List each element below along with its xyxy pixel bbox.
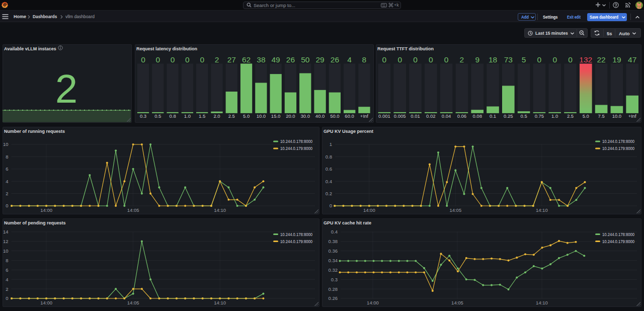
svg-text:60.0: 60.0 [345, 113, 354, 119]
svg-text:0.28: 0.28 [329, 286, 338, 292]
svg-text:0: 0 [6, 203, 8, 208]
svg-text:10.244.0.178:8000: 10.244.0.178:8000 [280, 139, 312, 144]
svg-text:73: 73 [504, 55, 513, 64]
svg-text:62: 62 [242, 55, 251, 64]
svg-text:0: 0 [155, 55, 160, 64]
svg-text:2.5: 2.5 [228, 113, 235, 119]
svg-text:0.3: 0.3 [331, 277, 338, 282]
svg-text:5.0: 5.0 [243, 113, 250, 119]
svg-text:14:05: 14:05 [449, 207, 461, 213]
svg-text:6: 6 [6, 267, 8, 273]
svg-text:5: 5 [522, 55, 526, 64]
svg-text:14:05: 14:05 [127, 300, 139, 305]
svg-text:0.5: 0.5 [154, 113, 161, 119]
svg-text:0.001: 0.001 [378, 113, 390, 119]
svg-text:0: 0 [568, 55, 573, 64]
svg-text:0.3: 0.3 [140, 113, 146, 119]
svg-text:40.0: 40.0 [315, 113, 325, 119]
svg-text:2.0: 2.0 [213, 113, 220, 119]
svg-text:0.01: 0.01 [411, 113, 420, 119]
svg-text:14:05: 14:05 [127, 207, 139, 213]
svg-text:0: 0 [537, 55, 542, 64]
svg-text:0: 0 [200, 55, 204, 64]
svg-text:0.2: 0.2 [326, 191, 332, 196]
svg-text:2: 2 [215, 55, 219, 64]
svg-text:10.0: 10.0 [612, 113, 622, 119]
svg-text:20.0: 20.0 [286, 113, 295, 119]
svg-text:9: 9 [475, 55, 479, 64]
svg-text:7.5: 7.5 [598, 113, 604, 119]
svg-text:10.244.0.179:8000: 10.244.0.179:8000 [280, 239, 312, 244]
svg-text:0.26: 0.26 [329, 295, 338, 301]
svg-text:14:10: 14:10 [214, 300, 226, 305]
svg-text:0: 0 [6, 295, 8, 301]
svg-text:0.75: 0.75 [535, 113, 544, 119]
svg-text:8: 8 [362, 55, 367, 64]
svg-text:1: 1 [330, 141, 332, 147]
svg-text:14:00: 14:00 [40, 207, 52, 213]
svg-text:0.08: 0.08 [472, 113, 482, 119]
svg-text:0: 0 [330, 203, 332, 208]
svg-text:47: 47 [628, 55, 636, 64]
svg-text:50.0: 50.0 [330, 113, 340, 119]
svg-text:0.6: 0.6 [326, 166, 332, 172]
svg-text:0.25: 0.25 [504, 113, 513, 119]
svg-text:10: 10 [3, 248, 9, 254]
svg-text:0: 0 [429, 55, 433, 64]
svg-text:10.244.0.179:8000: 10.244.0.179:8000 [602, 146, 634, 151]
svg-text:12: 12 [3, 239, 9, 244]
svg-text:18: 18 [489, 55, 497, 64]
svg-text:14:10: 14:10 [536, 207, 548, 213]
svg-text:26: 26 [331, 55, 339, 64]
svg-text:0: 0 [413, 55, 418, 64]
svg-text:0.02: 0.02 [426, 113, 436, 119]
svg-text:0: 0 [444, 55, 449, 64]
svg-text:0.06: 0.06 [457, 113, 467, 119]
svg-text:30.0: 30.0 [301, 113, 310, 119]
svg-text:0.32: 0.32 [329, 267, 338, 273]
svg-text:10.244.0.178:8000: 10.244.0.178:8000 [602, 139, 634, 144]
svg-text:14:00: 14:00 [367, 300, 379, 305]
svg-text:0.8: 0.8 [326, 154, 332, 160]
svg-text:0.38: 0.38 [329, 239, 338, 244]
svg-text:15.0: 15.0 [271, 113, 281, 119]
svg-text:8: 8 [6, 154, 8, 160]
svg-text:10.244.0.178:8000: 10.244.0.178:8000 [280, 232, 312, 237]
svg-text:4: 4 [347, 55, 352, 64]
svg-text:27: 27 [227, 55, 236, 64]
svg-text:10: 10 [3, 141, 9, 147]
svg-text:50: 50 [301, 55, 310, 64]
svg-text:0.5: 0.5 [520, 113, 527, 119]
svg-text:132: 132 [579, 55, 592, 64]
svg-text:29: 29 [315, 55, 324, 64]
svg-text:0: 0 [185, 55, 190, 64]
svg-text:4: 4 [6, 277, 8, 282]
svg-text:+Inf: +Inf [628, 113, 636, 119]
svg-text:2.5: 2.5 [567, 113, 574, 119]
svg-text:0: 0 [382, 55, 387, 64]
svg-text:1.0: 1.0 [551, 113, 558, 119]
svg-text:6: 6 [6, 166, 8, 172]
svg-text:38: 38 [257, 55, 265, 64]
svg-text:0.04: 0.04 [442, 113, 451, 119]
svg-text:2: 2 [460, 55, 464, 64]
svg-text:10.0: 10.0 [257, 113, 266, 119]
svg-text:4: 4 [6, 179, 8, 184]
svg-text:14:10: 14:10 [536, 300, 548, 305]
svg-text:10.244.0.178:8000: 10.244.0.178:8000 [602, 232, 634, 237]
svg-text:+Inf: +Inf [360, 113, 368, 119]
svg-text:0.36: 0.36 [329, 248, 338, 254]
svg-text:0: 0 [552, 55, 557, 64]
svg-text:2: 2 [6, 286, 8, 292]
svg-text:14:00: 14:00 [363, 207, 375, 213]
svg-text:1.5: 1.5 [199, 113, 205, 119]
svg-text:0.1: 0.1 [490, 113, 496, 119]
svg-text:0: 0 [171, 55, 175, 64]
svg-text:14:05: 14:05 [451, 300, 463, 305]
svg-text:2: 2 [6, 191, 8, 196]
svg-text:10.244.0.179:8000: 10.244.0.179:8000 [602, 239, 634, 244]
svg-text:5.0: 5.0 [583, 113, 589, 119]
svg-text:8: 8 [6, 258, 8, 263]
svg-text:1.0: 1.0 [184, 113, 191, 119]
svg-text:49: 49 [271, 55, 280, 64]
